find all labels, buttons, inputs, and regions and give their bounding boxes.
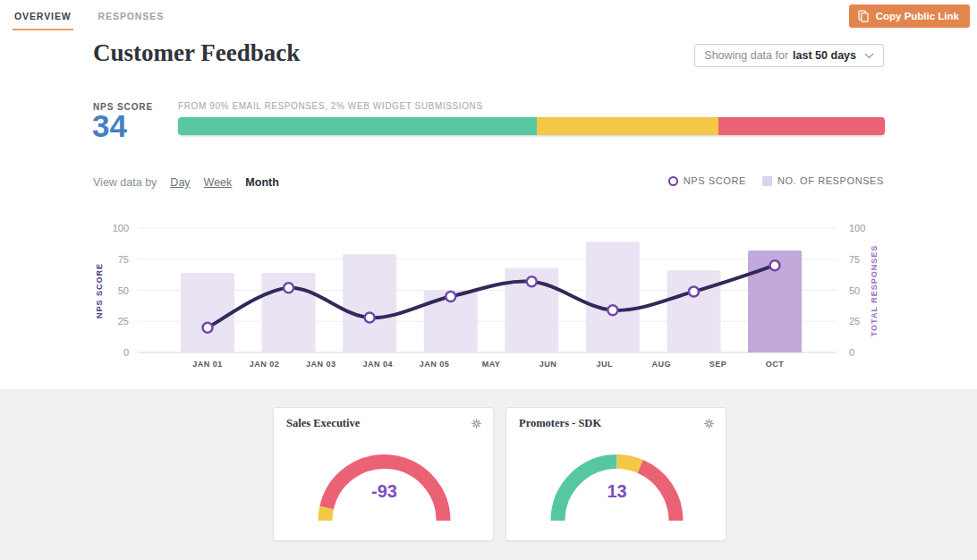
- svg-text:AUG: AUG: [651, 360, 671, 369]
- svg-text:NPS SCORE: NPS SCORE: [95, 263, 104, 318]
- svg-text:OCT: OCT: [766, 360, 785, 369]
- chart-legend: NPS SCORE NO. OF RESPONSES: [668, 175, 884, 186]
- legend-item-responses: NO. OF RESPONSES: [762, 175, 884, 186]
- widget-card-header: Promoters - SDK: [506, 408, 726, 430]
- widget-card-sales-executive: Sales Executive -93: [273, 407, 494, 541]
- svg-text:JAN 05: JAN 05: [420, 360, 450, 369]
- nps-distribution-bar: [178, 117, 885, 135]
- widget-card-header: Sales Executive: [274, 408, 493, 430]
- bar-series-marker-icon: [762, 176, 772, 186]
- svg-text:50: 50: [849, 285, 860, 296]
- svg-text:JUL: JUL: [597, 360, 614, 369]
- gauge-chart-promoters-sdk: 13: [506, 433, 727, 533]
- tab-overview[interactable]: OVERVIEW: [13, 0, 73, 30]
- svg-text:SEP: SEP: [709, 360, 727, 369]
- svg-text:75: 75: [849, 254, 860, 265]
- svg-text:75: 75: [118, 254, 129, 265]
- svg-text:JAN 01: JAN 01: [192, 360, 223, 369]
- svg-text:0: 0: [123, 347, 129, 358]
- nps-dashboard-page: OVERVIEW RESPONSES Copy Public Link Cust…: [0, 0, 977, 560]
- page-title: Customer Feedback: [93, 39, 300, 67]
- chevron-down-icon: [864, 53, 874, 59]
- legend-label: NPS SCORE: [684, 175, 746, 186]
- svg-text:TOTAL RESPONSES: TOTAL RESPONSES: [870, 245, 879, 337]
- nps-source-caption: FROM 90% EMAIL RESPONSES, 2% WEB WIDGET …: [178, 101, 483, 111]
- nps-trend-chart: 00252550507575100100NPS SCORETOTAL RESPO…: [93, 217, 884, 377]
- svg-text:JUN: JUN: [539, 360, 557, 369]
- legend-item-nps-score: NPS SCORE: [668, 175, 746, 186]
- nps-trend-chart-canvas[interactable]: 00252550507575100100NPS SCORETOTAL RESPO…: [93, 217, 884, 373]
- svg-text:MAY: MAY: [482, 360, 501, 369]
- svg-text:JAN 02: JAN 02: [250, 360, 280, 369]
- date-range-value: last 50 days: [793, 49, 856, 62]
- gear-icon[interactable]: [703, 418, 715, 429]
- nps-score-value: 34: [92, 108, 127, 144]
- widget-title: Sales Executive: [286, 417, 360, 430]
- svg-text:13: 13: [607, 481, 626, 501]
- widget-card-promoters-sdk: Promoters - SDK 13: [505, 407, 726, 541]
- widget-title: Promoters - SDK: [519, 417, 601, 430]
- legend-label: NO. OF RESPONSES: [777, 175, 884, 186]
- svg-text:JAN 04: JAN 04: [362, 360, 393, 369]
- date-range-prefix: Showing data for: [704, 49, 788, 62]
- svg-text:JAN 03: JAN 03: [306, 360, 336, 369]
- nps-distribution-segment-red: [718, 117, 885, 135]
- date-range-dropdown[interactable]: Showing data for last 50 days: [694, 44, 884, 67]
- view-option-week[interactable]: Week: [204, 176, 233, 189]
- svg-text:100: 100: [113, 223, 129, 233]
- nps-distribution-segment-green: [178, 117, 537, 135]
- svg-text:25: 25: [849, 316, 860, 327]
- svg-text:25: 25: [118, 316, 129, 327]
- top-tab-bar: OVERVIEW RESPONSES: [13, 0, 166, 30]
- view-data-by-controls: View data by Day Week Month: [93, 176, 279, 189]
- view-data-by-label: View data by: [93, 176, 157, 189]
- copy-icon: [857, 10, 870, 22]
- nps-distribution-segment-yellow: [537, 117, 718, 135]
- gauge-chart-sales-executive: -93: [274, 433, 495, 533]
- svg-text:50: 50: [118, 285, 129, 296]
- copy-public-link-button[interactable]: Copy Public Link: [849, 4, 970, 28]
- copy-public-link-label: Copy Public Link: [876, 11, 959, 21]
- gear-icon[interactable]: [471, 418, 482, 429]
- svg-text:-93: -93: [371, 481, 397, 501]
- view-option-month[interactable]: Month: [245, 176, 278, 189]
- svg-text:100: 100: [849, 223, 865, 233]
- svg-text:0: 0: [849, 347, 854, 358]
- line-series-marker-icon: [668, 176, 678, 186]
- view-option-day[interactable]: Day: [170, 176, 190, 189]
- tab-responses[interactable]: RESPONSES: [97, 0, 166, 30]
